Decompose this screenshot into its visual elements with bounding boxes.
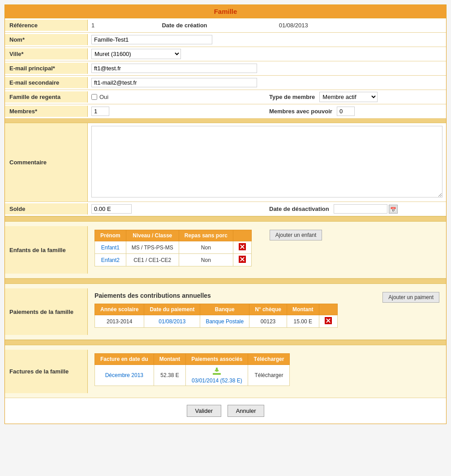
enfant-delete bbox=[233, 254, 251, 266]
famille-regenta-value-cell: Oui Type de membre Membre actif bbox=[88, 90, 446, 104]
table-row: Décembre 2013 52.38 E 03/01/2014 (52.38 … bbox=[95, 365, 290, 386]
enfant-repas: Non bbox=[179, 254, 233, 266]
annuler-button[interactable]: Annuler bbox=[228, 405, 265, 417]
facture-date: Décembre 2013 bbox=[95, 365, 154, 386]
membres-pouvoir-label: Membres avec pouvoir bbox=[269, 108, 332, 115]
delete-icon[interactable] bbox=[239, 243, 246, 250]
svg-rect-2 bbox=[216, 368, 218, 372]
separator-2 bbox=[5, 216, 446, 222]
date-desactivation-input[interactable] bbox=[334, 204, 387, 214]
paiements-table-wrapper: Paiements des contributions annuelles An… bbox=[94, 292, 338, 331]
col-annee: Année scolaire bbox=[95, 304, 144, 315]
valider-button[interactable]: Valider bbox=[187, 405, 222, 417]
col-repas: Repas sans porc bbox=[179, 230, 233, 241]
facture-paiements: 03/01/2014 (52.38 E) bbox=[186, 365, 248, 386]
solde-value-cell: Date de désactivation 📅 bbox=[88, 202, 446, 215]
solde-row: Solde Date de désactivation 📅 bbox=[5, 202, 446, 216]
table-row: Enfant1 MS / TPS-PS-MS Non bbox=[95, 241, 252, 254]
enfant-prenom: Enfant1 bbox=[95, 241, 126, 254]
col-prenom: Prénom bbox=[95, 230, 126, 241]
enfant-repas: Non bbox=[179, 241, 233, 254]
email-secondaire-row: E-mail secondaire bbox=[5, 76, 446, 90]
enfants-row: Prénom Niveau / Classe Repas sans porc E… bbox=[94, 230, 439, 270]
separator-3 bbox=[5, 279, 446, 284]
paiement-delete bbox=[319, 315, 337, 328]
membres-input[interactable] bbox=[91, 107, 109, 116]
enfants-table: Prénom Niveau / Classe Repas sans porc E… bbox=[94, 230, 252, 266]
paiements-table: Année scolaire Date du paiement Banque N… bbox=[94, 304, 338, 328]
paiements-title: Paiements des contributions annuelles bbox=[94, 292, 338, 299]
nom-input[interactable] bbox=[91, 35, 212, 44]
enfant-niveau: CE1 / CE1-CE2 bbox=[126, 254, 179, 266]
famille-regenta-row: Famille de regenta Oui Type de membre Me… bbox=[5, 90, 446, 104]
membres-value-cell: Membres avec pouvoir bbox=[88, 105, 446, 118]
reference-value: 1 bbox=[91, 22, 94, 29]
solde-input[interactable] bbox=[91, 204, 132, 214]
email-secondaire-label: E-mail secondaire bbox=[5, 77, 88, 88]
date-creation-label: Date de création bbox=[162, 22, 207, 29]
col-facture-date: Facture en date du bbox=[95, 354, 154, 365]
membres-label: Membres* bbox=[5, 106, 88, 117]
reference-value-cell: 1 Date de création 01/08/2013 bbox=[88, 20, 446, 30]
col-actions bbox=[233, 230, 251, 241]
enfants-label: Enfants de la famille bbox=[5, 226, 88, 274]
calendar-icon[interactable]: 📅 bbox=[389, 205, 398, 214]
commentaire-textarea[interactable] bbox=[91, 126, 442, 197]
download-icon bbox=[212, 367, 222, 377]
table-row: Enfant2 CE1 / CE1-CE2 Non bbox=[95, 254, 252, 266]
oui-label: Oui bbox=[99, 94, 108, 100]
paiement-date: 01/08/2013 bbox=[144, 315, 200, 328]
commentaire-label: Commentaire bbox=[5, 123, 88, 202]
email-principal-input[interactable] bbox=[91, 64, 257, 73]
ville-value-cell: Muret (31600) bbox=[88, 47, 446, 61]
ajouter-paiement-button[interactable]: Ajouter un paiment bbox=[382, 292, 439, 303]
separator-4 bbox=[5, 340, 446, 345]
email-principal-value-cell bbox=[88, 62, 446, 75]
commentaire-section: Commentaire bbox=[5, 123, 446, 202]
paiement-annee: 2013-2014 bbox=[95, 315, 144, 328]
nom-row: Nom* bbox=[5, 33, 446, 47]
paiements-label: Paiements de la famille bbox=[5, 288, 88, 335]
enfant-niveau: MS / TPS-PS-MS bbox=[126, 241, 179, 254]
factures-content: Facture en date du Montant Paiements ass… bbox=[88, 350, 446, 393]
reference-label: Référence bbox=[5, 20, 88, 31]
nom-value-cell bbox=[88, 33, 446, 46]
ville-select[interactable]: Muret (31600) bbox=[91, 49, 181, 59]
ajouter-enfant-button[interactable]: Ajouter un enfant bbox=[270, 230, 322, 240]
page-title: Famille bbox=[5, 5, 446, 18]
paiements-section: Paiements de la famille Paiements des co… bbox=[5, 284, 446, 340]
commentaire-value-cell bbox=[88, 123, 446, 202]
col-montant: Montant bbox=[287, 304, 319, 315]
date-desactivation-label: Date de désactivation bbox=[269, 206, 329, 212]
col-facture-paiements: Paiements associés bbox=[186, 354, 248, 365]
svg-rect-0 bbox=[213, 373, 221, 375]
email-principal-row: E-mail principal* bbox=[5, 61, 446, 76]
enfants-content: Prénom Niveau / Classe Repas sans porc E… bbox=[88, 226, 446, 274]
ajouter-paiement-wrapper: Ajouter un paiment bbox=[382, 292, 439, 303]
paiement-montant: 15.00 E bbox=[287, 315, 319, 328]
date-desactivation-wrapper: 📅 bbox=[334, 204, 398, 214]
facture-telecharger: Télécharger bbox=[248, 365, 290, 386]
membres-pouvoir-input[interactable] bbox=[337, 107, 355, 116]
type-membre-label: Type de membre bbox=[269, 94, 315, 100]
paiement-cheque: 00123 bbox=[249, 315, 287, 328]
enfant-delete bbox=[233, 241, 251, 254]
famille-regenta-checkbox[interactable] bbox=[91, 94, 97, 100]
table-row: 2013-2014 01/08/2013 Banque Postale 0012… bbox=[95, 315, 338, 328]
facture-montant: 52.38 E bbox=[154, 365, 186, 386]
factures-table: Facture en date du Montant Paiements ass… bbox=[94, 353, 290, 386]
paiements-content: Paiements des contributions annuelles An… bbox=[88, 288, 446, 335]
paiement-banque: Banque Postale bbox=[200, 315, 249, 328]
spacer-1 bbox=[5, 119, 446, 123]
col-niveau: Niveau / Classe bbox=[126, 230, 179, 241]
delete-icon[interactable] bbox=[239, 256, 246, 263]
col-date-paiement: Date du paiement bbox=[144, 304, 200, 315]
col-facture-telecharger: Télécharger bbox=[248, 354, 290, 365]
nom-label: Nom* bbox=[5, 34, 88, 45]
famille-regenta-label: Famille de regenta bbox=[5, 91, 88, 103]
enfants-section: Enfants de la famille Prénom Niveau / Cl… bbox=[5, 222, 446, 279]
email-secondaire-input[interactable] bbox=[91, 78, 257, 87]
delete-icon[interactable] bbox=[325, 317, 332, 324]
type-membre-select[interactable]: Membre actif bbox=[319, 92, 378, 102]
ville-label: Ville* bbox=[5, 48, 88, 60]
